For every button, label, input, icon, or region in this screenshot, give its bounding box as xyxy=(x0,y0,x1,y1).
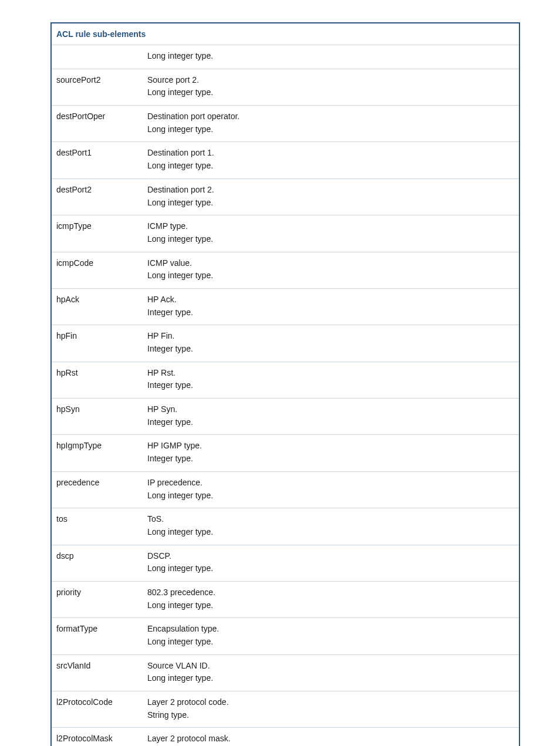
row-key: destPort2 xyxy=(51,178,143,215)
row-key: destPort1 xyxy=(51,142,143,178)
row-description: 802.3 precedence.Long integer type. xyxy=(143,581,519,617)
table-row: precedenceIP precedence.Long integer typ… xyxy=(51,471,519,508)
row-key: l2ProtocolMask xyxy=(51,728,143,746)
row-description-line: 802.3 precedence. xyxy=(147,586,514,599)
table-row: hpFinHP Fin.Integer type. xyxy=(51,325,519,362)
row-description: HP Rst.Integer type. xyxy=(143,362,519,398)
table-row: dscpDSCP.Long integer type. xyxy=(51,545,519,581)
row-key: destPortOper xyxy=(51,106,143,142)
row-key: icmpCode xyxy=(51,252,143,288)
row-description-line: Long integer type. xyxy=(147,562,514,575)
row-description-line: Integer type. xyxy=(147,379,514,392)
row-description: HP Ack.Integer type. xyxy=(143,288,519,325)
row-description: Long integer type. xyxy=(143,45,519,69)
row-description-line: String type. xyxy=(147,709,514,722)
table-row: sourcePort2Source port 2.Long integer ty… xyxy=(51,69,519,105)
row-description-line: Long integer type. xyxy=(147,160,514,173)
row-key xyxy=(51,45,143,69)
table-row: destPort2Destination port 2.Long integer… xyxy=(51,178,519,215)
row-description-line: Long integer type. xyxy=(147,86,514,99)
row-description-line: Encapsulation type. xyxy=(147,623,514,636)
row-description-line: Integer type. xyxy=(147,416,514,429)
row-key: hpFin xyxy=(51,325,143,362)
table-row: Long integer type. xyxy=(51,45,519,69)
row-description: HP Syn.Integer type. xyxy=(143,399,519,435)
row-description-line: HP Fin. xyxy=(147,330,514,343)
row-key: precedence xyxy=(51,471,143,508)
row-description: ICMP value.Long integer type. xyxy=(143,252,519,288)
table-row: icmpTypeICMP type.Long integer type. xyxy=(51,215,519,252)
row-description-line: HP IGMP type. xyxy=(147,440,514,453)
row-description: IP precedence.Long integer type. xyxy=(143,471,519,508)
table-row: tosToS.Long integer type. xyxy=(51,508,519,545)
row-description-line: DSCP. xyxy=(147,550,514,563)
table-row: destPort1Destination port 1.Long integer… xyxy=(51,142,519,178)
row-description: Layer 2 protocol code.String type. xyxy=(143,691,519,728)
row-description-line: Destination port 2. xyxy=(147,184,514,197)
row-description-line: IP precedence. xyxy=(147,477,514,490)
row-description: Source port 2.Long integer type. xyxy=(143,69,519,105)
row-description-line: Long integer type. xyxy=(147,269,514,282)
acl-rule-table: ACL rule sub-elements Long integer type.… xyxy=(50,22,520,746)
table-row: hpIgmpTypeHP IGMP type.Integer type. xyxy=(51,435,519,471)
row-key: srcVlanId xyxy=(51,654,143,691)
row-description-line: Destination port operator. xyxy=(147,110,514,123)
row-description-line: Long integer type. xyxy=(147,636,514,649)
row-description: Source VLAN ID.Long integer type. xyxy=(143,654,519,691)
row-key: icmpType xyxy=(51,215,143,252)
row-key: hpAck xyxy=(51,288,143,325)
row-key: hpSyn xyxy=(51,399,143,435)
row-key: hpIgmpType xyxy=(51,435,143,471)
row-description-line: Long integer type. xyxy=(147,490,514,502)
row-description-line: Layer 2 protocol code. xyxy=(147,696,514,709)
row-description: Destination port operator.Long integer t… xyxy=(143,106,519,142)
row-key: hpRst xyxy=(51,362,143,398)
row-description-line: HP Ack. xyxy=(147,293,514,306)
row-description-line: Integer type. xyxy=(147,306,514,319)
row-key: sourcePort2 xyxy=(51,69,143,105)
row-description: HP Fin.Integer type. xyxy=(143,325,519,362)
row-key: priority xyxy=(51,581,143,617)
row-description-line: ICMP value. xyxy=(147,257,514,270)
row-description-line: Integer type. xyxy=(147,453,514,465)
row-description: ICMP type.Long integer type. xyxy=(143,215,519,252)
row-key: formatType xyxy=(51,618,143,654)
table-row: srcVlanIdSource VLAN ID.Long integer typ… xyxy=(51,654,519,691)
row-description-line: HP Rst. xyxy=(147,367,514,380)
table-row: hpAckHP Ack.Integer type. xyxy=(51,288,519,325)
table-row: hpRstHP Rst.Integer type. xyxy=(51,362,519,398)
row-description-line: Source port 2. xyxy=(147,74,514,87)
table-row: formatTypeEncapsulation type.Long intege… xyxy=(51,618,519,654)
table-header: ACL rule sub-elements xyxy=(51,23,519,45)
row-description: Layer 2 protocol mask. xyxy=(143,728,519,746)
row-description: Destination port 2.Long integer type. xyxy=(143,178,519,215)
table-row: l2ProtocolCodeLayer 2 protocol code.Stri… xyxy=(51,691,519,728)
row-description-line: HP Syn. xyxy=(147,403,514,416)
row-description-line: Layer 2 protocol mask. xyxy=(147,733,514,745)
table-row: hpSynHP Syn.Integer type. xyxy=(51,399,519,435)
row-description-line: Long integer type. xyxy=(147,526,514,539)
table-row: icmpCodeICMP value.Long integer type. xyxy=(51,252,519,288)
row-description: Destination port 1.Long integer type. xyxy=(143,142,519,178)
row-key: l2ProtocolCode xyxy=(51,691,143,728)
table-row: priority802.3 precedence.Long integer ty… xyxy=(51,581,519,617)
row-description-line: Long integer type. xyxy=(147,123,514,136)
row-description-line: ToS. xyxy=(147,513,514,526)
row-description-line: Source VLAN ID. xyxy=(147,660,514,673)
row-key: dscp xyxy=(51,545,143,581)
row-description-line: ICMP type. xyxy=(147,220,514,233)
table-row: l2ProtocolMaskLayer 2 protocol mask. xyxy=(51,728,519,746)
row-description-line: Long integer type. xyxy=(147,50,514,63)
row-description-line: Long integer type. xyxy=(147,672,514,685)
row-description-line: Long integer type. xyxy=(147,197,514,210)
row-key: tos xyxy=(51,508,143,545)
row-description: Encapsulation type.Long integer type. xyxy=(143,618,519,654)
row-description: HP IGMP type.Integer type. xyxy=(143,435,519,471)
row-description-line: Long integer type. xyxy=(147,599,514,612)
row-description-line: Long integer type. xyxy=(147,233,514,246)
row-description-line: Integer type. xyxy=(147,343,514,356)
table-row: destPortOperDestination port operator.Lo… xyxy=(51,106,519,142)
row-description: DSCP.Long integer type. xyxy=(143,545,519,581)
row-description-line: Destination port 1. xyxy=(147,147,514,160)
row-description: ToS.Long integer type. xyxy=(143,508,519,545)
